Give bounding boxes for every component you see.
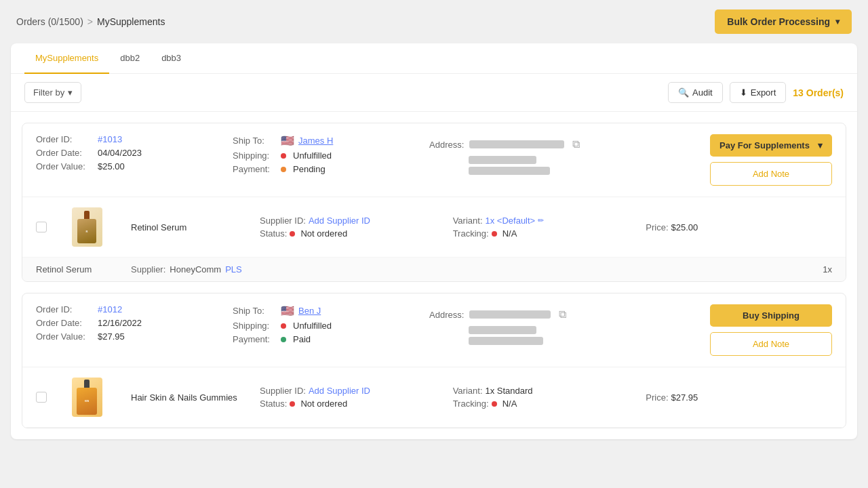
order-id-value[interactable]: #1013 xyxy=(98,134,122,144)
status-dot xyxy=(290,401,295,407)
add-note-button[interactable]: Add Note xyxy=(710,162,832,186)
address-col: Address: ⧉ xyxy=(429,134,703,175)
order-value-label: Order Value: xyxy=(36,331,94,342)
order-card: Order ID: #1013 Order Date: 04/04/2023 O… xyxy=(22,123,846,282)
shipping-status: Unfulfilled xyxy=(293,321,332,331)
export-icon: ⬇ xyxy=(740,87,747,98)
payment-status: Paid xyxy=(293,334,311,344)
bulk-order-processing-button[interactable]: Bulk Order Processing ▾ xyxy=(715,9,852,34)
product-checkbox[interactable] xyxy=(36,222,47,232)
supplier-id-label: Supplier ID: xyxy=(260,386,306,396)
price-label: Price: xyxy=(646,222,668,232)
order-value-label: Order Value: xyxy=(36,161,94,171)
supplier-honeycomm: HoneyComm xyxy=(170,264,221,274)
filter-by-button[interactable]: Filter by ▾ xyxy=(24,82,81,103)
address-col: Address: ⧉ xyxy=(429,304,703,345)
product-image: HSN xyxy=(70,377,104,418)
supplier-footer-name: Retinol Serum xyxy=(36,264,117,274)
status-label: Status: xyxy=(260,399,287,409)
order-id-label: Order ID: xyxy=(36,304,94,314)
address-line-3 xyxy=(469,337,543,345)
product-row: HSN Hair Skin & Nails Gummies Supplier I… xyxy=(22,367,846,428)
tab-mysupplements[interactable]: MySupplements xyxy=(24,43,109,74)
export-button[interactable]: ⬇ Export xyxy=(730,82,787,103)
audit-button[interactable]: 🔍 Audit xyxy=(668,82,723,103)
tracking-value: N/A xyxy=(502,399,517,409)
pay-for-supplements-button[interactable]: Pay For Supplements ▾ xyxy=(710,134,832,157)
orders-breadcrumb[interactable]: Orders (0/1500) xyxy=(16,16,83,27)
payment-label: Payment: xyxy=(233,334,277,344)
add-supplier-id-link[interactable]: Add Supplier ID xyxy=(309,386,370,396)
order-header: Order ID: #1012 Order Date: 12/16/2022 O… xyxy=(22,293,846,367)
shipping-label: Shipping: xyxy=(233,321,277,331)
payment-label: Payment: xyxy=(233,164,277,174)
breadcrumb-separator: > xyxy=(87,16,93,27)
ship-to-name[interactable]: James H xyxy=(298,136,333,146)
product-image: R xyxy=(70,207,104,247)
tab-dbb2[interactable]: dbb2 xyxy=(109,43,151,74)
copy-icon[interactable]: ⧉ xyxy=(570,136,583,153)
edit-icon[interactable]: ✏ xyxy=(538,216,544,225)
order-date-value: 12/16/2022 xyxy=(98,318,142,328)
chevron-down-icon: ▾ xyxy=(818,140,823,150)
ship-to-label: Ship To: xyxy=(233,306,277,316)
shipping-status-dot xyxy=(281,323,286,329)
ship-meta: Ship To: 🇺🇸 Ben J Shipping: Unfulfilled … xyxy=(233,304,422,344)
toolbar: Filter by ▾ 🔍 Audit ⬇ Export 13 Order(s) xyxy=(11,74,857,112)
price-label: Price: xyxy=(646,392,668,403)
address-line-2 xyxy=(469,326,536,334)
top-bar: Orders (0/1500) > MySupplements Bulk Ord… xyxy=(0,0,868,43)
tracking-dot xyxy=(492,231,497,237)
copy-icon[interactable]: ⧉ xyxy=(556,306,569,323)
address-line-2 xyxy=(469,156,536,164)
status-dot xyxy=(290,231,295,237)
product-checkbox[interactable] xyxy=(36,392,47,403)
add-supplier-id-link[interactable]: Add Supplier ID xyxy=(309,216,370,226)
search-icon: 🔍 xyxy=(678,87,689,98)
payment-status-dot xyxy=(281,337,286,342)
tracking-label: Tracking: xyxy=(453,399,489,409)
supplier-col: Supplier ID: Add Supplier ID Status: Not… xyxy=(260,216,446,239)
toolbar-right: 🔍 Audit ⬇ Export 13 Order(s) xyxy=(668,82,844,103)
add-note-button[interactable]: Add Note xyxy=(710,332,832,356)
buy-shipping-button[interactable]: Buy Shipping xyxy=(710,304,832,327)
chevron-down-icon: ▾ xyxy=(835,17,840,26)
order-meta: Order ID: #1012 Order Date: 12/16/2022 O… xyxy=(36,304,226,342)
breadcrumb: Orders (0/1500) > MySupplements xyxy=(16,16,165,27)
flag-icon: 🇺🇸 xyxy=(281,134,294,147)
order-value-value: $25.00 xyxy=(98,161,125,171)
ship-to-label: Ship To: xyxy=(233,136,277,146)
variant-label: Variant: xyxy=(453,386,483,396)
tracking-value: N/A xyxy=(502,228,517,239)
product-row: R Retinol Serum Supplier ID: Add Supplie… xyxy=(22,197,846,258)
status-value: Not ordered xyxy=(300,399,347,409)
order-date-label: Order Date: xyxy=(36,318,94,328)
supplier-qty: 1x xyxy=(823,264,832,274)
chevron-down-icon: ▾ xyxy=(68,87,73,98)
order-actions: Pay For Supplements ▾ Add Note xyxy=(710,134,832,186)
orders-count: 13 Order(s) xyxy=(793,87,844,98)
breadcrumb-current: MySupplements xyxy=(97,16,165,27)
order-id-value[interactable]: #1012 xyxy=(98,304,122,314)
variant-col: Variant: 1x Standard Tracking: N/A xyxy=(453,386,639,409)
supplier-footer: Retinol Serum Supplier: HoneyComm PLS 1x xyxy=(22,258,846,281)
order-meta: Order ID: #1013 Order Date: 04/04/2023 O… xyxy=(36,134,226,171)
shipping-label: Shipping: xyxy=(233,150,277,161)
address-line-3 xyxy=(469,167,550,175)
variant-col: Variant: 1x <Default> ✏ Tracking: N/A xyxy=(453,216,639,239)
product-name: Retinol Serum xyxy=(131,222,253,232)
status-label: Status: xyxy=(260,228,287,239)
tracking-dot xyxy=(492,401,497,407)
variant-value[interactable]: 1x <Default> xyxy=(486,216,536,226)
address-label: Address: xyxy=(429,140,464,150)
order-actions: Buy Shipping Add Note xyxy=(710,304,832,356)
ship-to-name[interactable]: Ben J xyxy=(298,306,321,316)
supplier-pls-link[interactable]: PLS xyxy=(225,264,242,274)
address-label: Address: xyxy=(429,310,464,320)
ship-meta: Ship To: 🇺🇸 James H Shipping: Unfulfille… xyxy=(233,134,422,174)
price-col: Price: $27.95 xyxy=(646,392,832,403)
tab-dbb3[interactable]: dbb3 xyxy=(151,43,192,74)
supplier-id-label: Supplier ID: xyxy=(260,216,306,226)
order-date-label: Order Date: xyxy=(36,148,94,158)
order-value-value: $27.95 xyxy=(98,331,125,342)
